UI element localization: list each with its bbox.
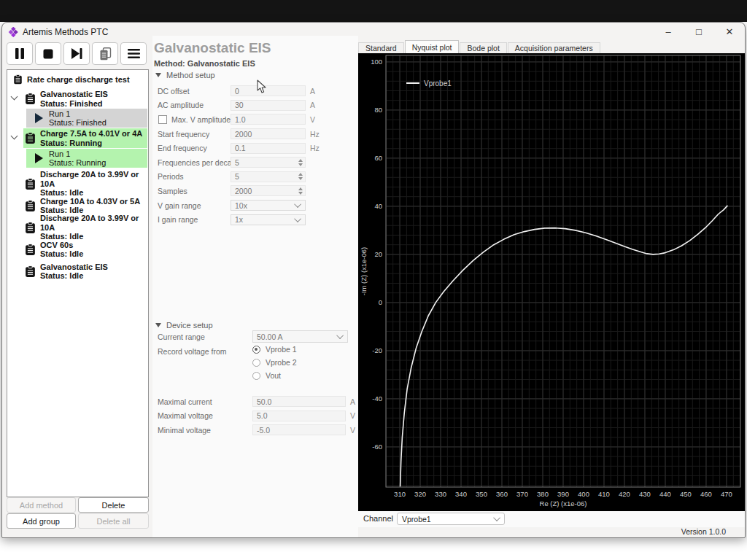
method-setup-fields: DC offset 0 A AC amplitude 30 A Max. V a… [152, 84, 358, 227]
tree-item-label: Galvanostatic EIS [40, 90, 108, 99]
spinner-buttons[interactable] [298, 187, 303, 195]
svg-text:380: 380 [537, 490, 549, 498]
tree-item-galvanostatic-idle[interactable]: Galvanostatic EIS Status: Idle [25, 262, 147, 281]
svg-text:470: 470 [721, 490, 732, 498]
tree-item-charge-10a[interactable]: Charge 10A to 4.03V or 5A Status: Idle [25, 196, 147, 215]
tab-acquisition-parameters[interactable]: Acquisition parameters [508, 42, 600, 53]
svg-text:340: 340 [455, 490, 467, 498]
field-row-i-gain-range: I gain range 1x [152, 212, 358, 227]
radio-vprobe2[interactable]: Vprobe 2 [252, 358, 297, 367]
channel-label: Channel [363, 514, 393, 523]
method-setup-header[interactable]: Method setup [155, 71, 215, 79]
field-label: Samples [158, 187, 187, 195]
svg-text:-60: -60 [372, 443, 382, 451]
tree-run-finished[interactable]: Run 1 Status: Finished [26, 109, 147, 128]
field-label: Periods [158, 172, 184, 181]
tree-group-charge-running[interactable]: Charge 7.5A to 4.01V or 4A Status: Runni… [23, 128, 147, 148]
tab-nyquist-plot[interactable]: Nyquist plot [405, 40, 460, 53]
stop-button[interactable] [35, 42, 61, 65]
field-row-max-v-amplitude: Max. V amplitude 1.0 V [152, 112, 358, 127]
svg-text:420: 420 [619, 490, 630, 498]
add-method-button[interactable]: Add method [7, 497, 76, 513]
field-unit: A [310, 101, 315, 109]
chevron-down-icon [493, 514, 500, 521]
maximal-voltage-input[interactable]: 5.0 [252, 411, 346, 421]
channel-row: Channel Vprobe1 [358, 511, 745, 527]
svg-text:440: 440 [659, 490, 671, 498]
stop-icon [43, 49, 53, 59]
close-button[interactable]: ✕ [714, 23, 745, 41]
field-row-v-gain-range: V gain range 10x [152, 198, 358, 213]
radio-vprobe1[interactable]: Vprobe 1 [252, 345, 297, 354]
svg-text:0: 0 [379, 298, 382, 306]
method-editor-panel: Galvanostatic EIS Method: Galvanostatic … [152, 36, 358, 537]
max-v-amplitude-checkbox[interactable] [158, 115, 167, 124]
radio-vout[interactable]: Vout [252, 371, 281, 380]
editor-subtitle: Method: Galvanostatic EIS [154, 59, 255, 68]
skip-next-button[interactable] [63, 42, 90, 65]
svg-text:-40: -40 [372, 394, 382, 402]
tab-bode-plot[interactable]: Bode plot [460, 42, 506, 53]
dc-offset-input[interactable]: 0 [231, 85, 306, 96]
svg-text:100: 100 [371, 58, 382, 66]
run-label: Run 1 [49, 109, 107, 119]
delete-button[interactable]: Delete [78, 497, 149, 513]
periods-stepper[interactable]: 5 [231, 171, 306, 182]
field-label: Minimal voltage [158, 426, 211, 435]
end-frequency-input[interactable]: 0.1 [231, 143, 306, 154]
minimize-button[interactable]: – [653, 23, 684, 41]
collapse-triangle-icon [155, 73, 161, 77]
ac-amplitude-input[interactable]: 30 [231, 100, 306, 111]
channel-select[interactable]: Vprobe1 [397, 513, 505, 525]
plot-tab-bar: Standard Nyquist plot Bode plot Acquisit… [358, 41, 745, 53]
device-limit-fields: Maximal current 50.0 A Maximal voltage 5… [152, 394, 358, 438]
clipboard-icon [25, 222, 36, 234]
field-row-frequencies-per-decade: Frequencies per decade 5 [152, 155, 358, 170]
add-group-button[interactable]: Add group [7, 513, 76, 529]
clipboard-icon [25, 200, 36, 212]
v-gain-range-select[interactable]: 10x [231, 200, 306, 211]
pause-button[interactable] [7, 42, 33, 65]
title-bar[interactable]: Artemis Methods PTC – □ ✕ [2, 23, 745, 41]
run-label: Run 1 [49, 149, 106, 159]
field-unit: V [310, 115, 315, 124]
maximize-button[interactable]: □ [684, 23, 714, 41]
editor-title: Galvanostatic EIS [154, 40, 271, 56]
section-header-label: Method setup [166, 71, 215, 79]
svg-text:430: 430 [639, 490, 651, 498]
tree-run-running[interactable]: Run 1 Status: Running [26, 149, 147, 168]
radio-label: Vout [266, 371, 281, 380]
maximal-current-input[interactable]: 50.0 [252, 396, 346, 407]
play-icon [35, 113, 43, 123]
copy-icon [99, 47, 112, 61]
field-row-minimal-voltage: Minimal voltage -5.0 V [152, 423, 358, 438]
field-row-periods: Periods 5 [152, 170, 358, 184]
field-row-samples: Samples 2000 [152, 184, 358, 198]
tree-item-status: Status: Idle [40, 271, 108, 281]
current-range-select[interactable]: 50.00 A [252, 330, 348, 343]
frequencies-per-decade-stepper[interactable]: 5 [231, 157, 306, 168]
tree-item-discharge-2[interactable]: Discharge 20A to 3.99V or 10A Status: Id… [25, 218, 147, 237]
chevron-expand-icon[interactable] [11, 93, 18, 101]
svg-text:Vprobe1: Vprobe1 [424, 79, 452, 88]
tab-standard[interactable]: Standard [358, 42, 404, 53]
device-setup-header[interactable]: Device setup [155, 321, 213, 330]
minimal-voltage-input[interactable]: -5.0 [252, 424, 346, 435]
tree-group-galvanostatic-eis[interactable]: Galvanostatic EIS Status: Finished [25, 89, 147, 109]
spinner-buttons[interactable] [298, 159, 303, 166]
radio-button-icon [252, 372, 260, 380]
samples-stepper[interactable]: 2000 [231, 185, 306, 196]
start-frequency-input[interactable]: 2000 [231, 128, 306, 139]
copy-button[interactable] [92, 42, 118, 65]
delete-all-button[interactable]: Delete all [78, 513, 149, 529]
tree-root-label: Rate charge discharge test [27, 75, 130, 85]
tree-item-discharge-1[interactable]: Discharge 20A to 3.99V or 10A Status: Id… [25, 174, 147, 193]
tree-root-item[interactable]: Rate charge discharge test [13, 74, 147, 85]
menu-button[interactable] [120, 42, 147, 65]
chevron-expand-icon[interactable] [11, 133, 18, 140]
max-v-amplitude-input[interactable]: 1.0 [231, 114, 306, 125]
spinner-buttons[interactable] [298, 173, 303, 180]
tree-item-ocv[interactable]: OCV 60s Status: Idle [25, 240, 147, 259]
i-gain-range-select[interactable]: 1x [231, 214, 306, 225]
svg-text:20: 20 [374, 250, 382, 258]
